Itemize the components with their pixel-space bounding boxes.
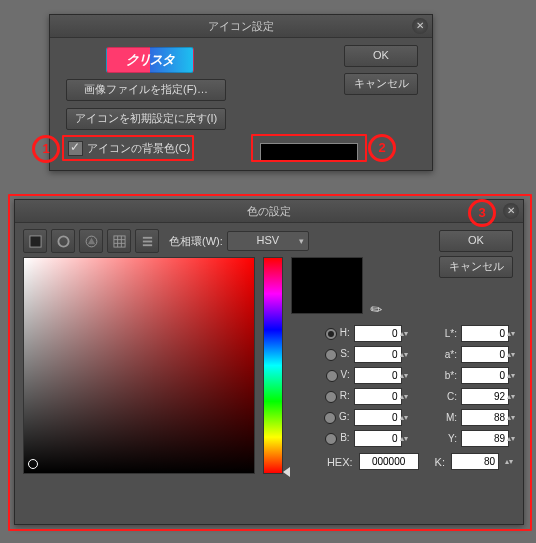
- close-icon[interactable]: ✕: [412, 18, 428, 34]
- cancel-button[interactable]: キャンセル: [344, 73, 418, 95]
- icon-settings-title: アイコン設定: [208, 20, 274, 32]
- logo-icon: クリスタ: [106, 47, 194, 73]
- ok-button[interactable]: OK: [344, 45, 418, 67]
- annotation-1: 1: [32, 135, 60, 163]
- icon-settings-titlebar: アイコン設定 ✕: [50, 15, 432, 38]
- annotation-2: 2: [368, 134, 396, 162]
- specify-file-button[interactable]: 画像ファイルを指定(F)…: [66, 79, 226, 101]
- reset-icon-button[interactable]: アイコンを初期設定に戻す(I): [66, 108, 226, 130]
- annotation-3: 3: [468, 199, 496, 227]
- callout-box-1: [62, 135, 194, 161]
- callout-box-2: [251, 134, 367, 162]
- callout-box-3: [8, 194, 532, 531]
